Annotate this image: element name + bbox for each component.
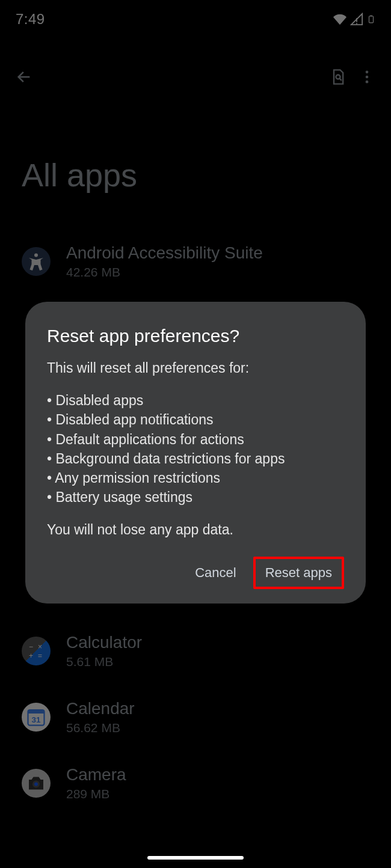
dialog-intro: This will reset all preferences for: xyxy=(47,358,344,377)
reset-apps-button[interactable]: Reset apps xyxy=(265,565,332,581)
reset-app-preferences-dialog: Reset app preferences? This will reset a… xyxy=(25,302,366,604)
dialog-bullet: Background data restrictions for apps xyxy=(47,449,344,468)
dialog-body: This will reset all preferences for: Dis… xyxy=(47,358,344,540)
dialog-bullet: Disabled apps xyxy=(47,391,344,410)
home-indicator[interactable] xyxy=(147,856,244,860)
cancel-button[interactable]: Cancel xyxy=(183,557,248,589)
dialog-actions: Cancel Reset apps xyxy=(47,557,344,589)
dialog-bullet: Any permission restrictions xyxy=(47,468,344,487)
dialog-outro: You will not lose any app data. xyxy=(47,520,344,539)
dialog-bullet: Disabled app notifications xyxy=(47,410,344,429)
dialog-bullet: Default applications for actions xyxy=(47,430,344,449)
dialog-title: Reset app preferences? xyxy=(47,326,344,346)
dialog-bullet: Battery usage settings xyxy=(47,487,344,507)
highlight-annotation: Reset apps xyxy=(253,557,344,589)
dialog-bullet-list: Disabled apps Disabled app notifications… xyxy=(47,391,344,507)
